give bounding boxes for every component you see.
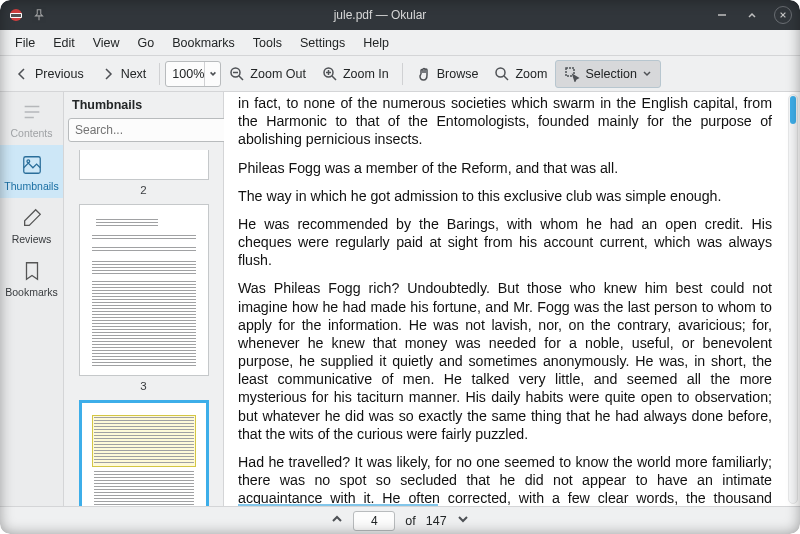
thumbnail-page-4[interactable] — [79, 400, 209, 506]
zoom-in-icon — [322, 66, 338, 82]
zoom-value: 100% — [172, 67, 204, 81]
svg-rect-2 — [11, 14, 21, 17]
page-of-label: of — [405, 514, 415, 528]
paragraph: He was recommended by the Barings, with … — [238, 215, 772, 270]
thumbnails-pane: Thumbnails 2 3 — [64, 92, 224, 506]
svg-point-5 — [496, 68, 505, 77]
thumbnail-page-2[interactable] — [79, 150, 209, 180]
browse-button[interactable]: Browse — [408, 60, 487, 88]
pin-icon[interactable] — [32, 8, 46, 22]
selection-button[interactable]: Selection — [555, 60, 660, 88]
svg-point-8 — [26, 160, 29, 163]
toolbar-separator — [159, 63, 160, 85]
hand-icon — [416, 66, 432, 82]
thumbnail-page-3[interactable] — [79, 204, 209, 376]
paragraph: The way in which he got admission to thi… — [238, 187, 772, 205]
thumbnail-page-2-number: 2 — [70, 184, 217, 196]
menu-view[interactable]: View — [84, 33, 129, 53]
chevron-right-icon — [100, 66, 116, 82]
chevron-left-icon — [14, 66, 30, 82]
sidebar-tab-thumbnails[interactable]: Thumbnails — [0, 145, 63, 198]
zoom-out-button[interactable]: Zoom Out — [221, 60, 314, 88]
selection-icon — [564, 66, 580, 82]
thumbnails-pane-title: Thumbnails — [64, 92, 223, 118]
menubar: File Edit View Go Bookmarks Tools Settin… — [0, 30, 800, 56]
zoom-tool-label: Zoom — [515, 67, 547, 81]
contents-icon — [20, 100, 44, 124]
paragraph: Phileas Fogg was a member of the Reform,… — [238, 159, 772, 177]
toolbar: Previous Next 100% Zoom Out Zoom In Brow… — [0, 56, 800, 92]
page-total: 147 — [426, 514, 447, 528]
menu-go[interactable]: Go — [129, 33, 164, 53]
next-label: Next — [121, 67, 147, 81]
zoom-tool-button[interactable]: Zoom — [486, 60, 555, 88]
zoom-tool-icon — [494, 66, 510, 82]
titlebar: jule.pdf — Okular — [0, 0, 800, 30]
bookmarks-label: Bookmarks — [0, 286, 63, 298]
zoom-out-icon — [229, 66, 245, 82]
document-content[interactable]: in fact, to none of the numerous societi… — [224, 92, 786, 506]
document-view[interactable]: in fact, to none of the numerous societi… — [224, 92, 800, 506]
menu-bookmarks[interactable]: Bookmarks — [163, 33, 244, 53]
maximize-button[interactable] — [744, 7, 760, 23]
main-area: Contents Thumbnails Reviews Bookmarks Th… — [0, 92, 800, 506]
page-up-button[interactable] — [331, 513, 343, 528]
zoom-out-label: Zoom Out — [250, 67, 306, 81]
thumbnail-page-3-number: 3 — [70, 380, 217, 392]
thumbnails-icon — [20, 153, 44, 177]
paragraph: Was Phileas Fogg rich? Undoubtedly. But … — [238, 279, 772, 443]
chevron-down-icon — [642, 66, 652, 82]
menu-file[interactable]: File — [6, 33, 44, 53]
page-bottom-indicator — [238, 504, 438, 506]
vertical-scrollbar[interactable] — [788, 94, 798, 504]
app-icon — [8, 7, 24, 23]
menu-help[interactable]: Help — [354, 33, 398, 53]
scrollbar-thumb[interactable] — [790, 96, 796, 124]
zoom-in-label: Zoom In — [343, 67, 389, 81]
page-number-field[interactable]: 4 — [353, 511, 395, 531]
menu-tools[interactable]: Tools — [244, 33, 291, 53]
sidebar-tab-bookmarks[interactable]: Bookmarks — [0, 251, 63, 304]
chevron-down-icon[interactable] — [204, 62, 220, 86]
menu-settings[interactable]: Settings — [291, 33, 354, 53]
sidebar-tabs: Contents Thumbnails Reviews Bookmarks — [0, 92, 64, 506]
toolbar-separator — [402, 63, 403, 85]
sidebar-tab-contents: Contents — [0, 92, 63, 145]
scrollbar-track[interactable] — [788, 94, 798, 504]
paragraph: Had he travelled? It was likely, for no … — [238, 453, 772, 506]
selection-label: Selection — [585, 67, 636, 81]
zoom-level-field[interactable]: 100% — [165, 61, 221, 87]
reviews-icon — [20, 206, 44, 230]
paragraph: in fact, to none of the numerous societi… — [238, 94, 772, 149]
previous-label: Previous — [35, 67, 84, 81]
minimize-button[interactable] — [714, 7, 730, 23]
reviews-label: Reviews — [0, 233, 63, 245]
bookmark-icon — [20, 259, 44, 283]
contents-label: Contents — [0, 127, 63, 139]
thumbnail-list[interactable]: 2 3 — [64, 148, 223, 506]
window-title: jule.pdf — Okular — [46, 8, 714, 22]
previous-button[interactable]: Previous — [6, 60, 92, 88]
page-navigation-bar: 4 of 147 — [0, 506, 800, 534]
search-input[interactable] — [68, 118, 232, 142]
close-button[interactable] — [774, 6, 792, 24]
page-down-button[interactable] — [457, 513, 469, 528]
zoom-in-button[interactable]: Zoom In — [314, 60, 397, 88]
thumbnails-label: Thumbnails — [0, 180, 63, 192]
next-button[interactable]: Next — [92, 60, 155, 88]
sidebar-tab-reviews[interactable]: Reviews — [0, 198, 63, 251]
menu-edit[interactable]: Edit — [44, 33, 84, 53]
browse-label: Browse — [437, 67, 479, 81]
